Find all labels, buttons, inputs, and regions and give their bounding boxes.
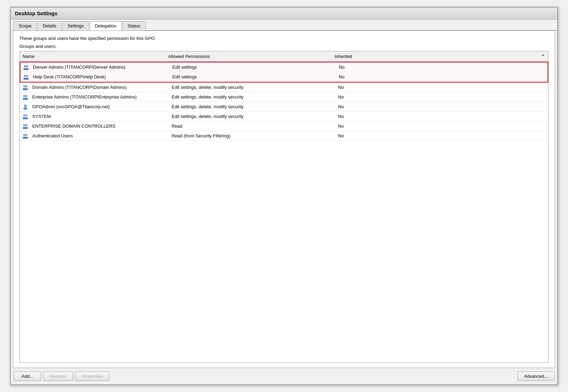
group-icon: [22, 94, 29, 101]
group-icon: [22, 123, 29, 130]
col-header-name: Name: [20, 53, 165, 60]
cell-name: Authenticated Users: [30, 132, 169, 139]
tab-scope[interactable]: Scope: [14, 21, 37, 31]
cell-inherited: No: [335, 122, 548, 130]
svg-point-16: [24, 85, 25, 87]
cell-permissions: Read (from Security Filtering): [169, 132, 335, 139]
title-bar: Desktop Settings: [11, 8, 557, 19]
cell-name: Domain Admins (TITANCORP\Domain Admins): [30, 84, 169, 91]
table-row[interactable]: ENTERPRISE DOMAIN CONTROLLERSReadNo: [20, 121, 548, 131]
svg-point-42: [24, 134, 25, 136]
cell-inherited: No: [335, 84, 548, 91]
svg-point-30: [24, 114, 25, 116]
table-row[interactable]: SYSTEMEdit settings, delete, modify secu…: [20, 112, 548, 121]
tab-status[interactable]: Status: [122, 21, 146, 31]
group-icon: [22, 113, 29, 120]
cell-permissions: Edit settings: [170, 73, 336, 80]
cell-inherited: No: [336, 73, 548, 80]
tab-bar: ScopeDetailsSettingsDelegationStatus: [11, 19, 557, 31]
cell-inherited: No: [335, 132, 548, 139]
cell-name: Help Desk (TITANCORP\Help Desk): [31, 73, 170, 80]
cell-permissions: Edit settings, delete, modify security: [169, 103, 335, 110]
content-area: These groups and users have the specifie…: [13, 31, 555, 368]
groups-table: Name Allowed Permissions Inherited ▲ Den…: [19, 51, 549, 363]
svg-point-24: [24, 104, 27, 107]
table-row[interactable]: Domain Admins (TITANCORP\Domain Admins)E…: [20, 83, 548, 92]
svg-point-25: [23, 107, 27, 110]
svg-point-43: [26, 134, 27, 136]
group-icon: [22, 133, 29, 139]
table-row[interactable]: Denver Admins (TITANCORP\Denver Admins)E…: [20, 62, 548, 72]
sort-arrow-icon: ▲: [541, 53, 545, 57]
table-row[interactable]: Help Desk (TITANCORP\Help Desk)Edit sett…: [20, 72, 548, 82]
desktop-settings-window: Desktop Settings ScopeDetailsSettingsDel…: [10, 7, 558, 385]
highlighted-group: Denver Admins (TITANCORP\Denver Admins)E…: [20, 62, 548, 83]
table-header: Name Allowed Permissions Inherited ▲: [20, 51, 548, 62]
cell-permissions: Edit settings, delete, modify security: [169, 93, 335, 101]
svg-point-5: [26, 65, 28, 67]
svg-point-10: [24, 75, 26, 77]
footer-buttons-left: Add... Remove Properties: [14, 372, 109, 381]
user-icon: [22, 103, 29, 110]
svg-point-9: [25, 78, 29, 80]
svg-point-31: [26, 114, 27, 116]
table-row[interactable]: Authenticated UsersRead (from Security F…: [20, 131, 548, 141]
cell-inherited: No: [335, 93, 548, 101]
cell-inherited: No: [336, 63, 548, 71]
window-title: Desktop Settings: [15, 10, 58, 16]
svg-point-41: [25, 137, 28, 139]
svg-point-3: [25, 68, 29, 70]
remove-button[interactable]: Remove: [43, 372, 73, 381]
cell-inherited: No: [335, 103, 548, 110]
cell-permissions: Edit settings, delete, modify security: [169, 84, 335, 91]
footer-buttons-right: Advanced...: [517, 372, 554, 381]
table-row[interactable]: Enterprise Admins (TITANCORP\Enterprise …: [20, 92, 548, 102]
group-icon: [23, 64, 29, 71]
svg-point-37: [26, 124, 27, 126]
cell-permissions: Edit settings: [170, 63, 336, 71]
cell-name: SYSTEM: [30, 113, 169, 120]
svg-point-15: [25, 88, 28, 90]
svg-point-29: [25, 117, 28, 119]
properties-button[interactable]: Properties: [75, 372, 109, 381]
svg-point-36: [24, 124, 25, 126]
svg-point-4: [24, 65, 26, 67]
tab-details[interactable]: Details: [37, 21, 62, 31]
table-row[interactable]: GPOAdmin (svcGPOA@Titancorp.net)Edit set…: [20, 102, 548, 112]
tab-delegation[interactable]: Delegation: [90, 21, 122, 31]
description-text: These groups and users have the specifie…: [19, 36, 549, 41]
cell-inherited: No: [335, 113, 548, 120]
svg-point-17: [26, 85, 27, 87]
svg-point-11: [26, 75, 28, 77]
cell-permissions: Read: [169, 122, 335, 130]
svg-point-23: [26, 95, 27, 97]
svg-point-35: [25, 127, 28, 129]
footer: Add... Remove Properties Advanced...: [11, 368, 557, 384]
cell-name: Enterprise Admins (TITANCORP\Enterprise …: [30, 93, 169, 101]
advanced-button[interactable]: Advanced...: [517, 372, 554, 381]
groups-label: Groups and users:: [19, 44, 549, 49]
tab-settings[interactable]: Settings: [62, 21, 89, 31]
group-icon: [23, 74, 29, 80]
add-button[interactable]: Add...: [14, 372, 41, 381]
group-icon: [22, 84, 29, 91]
cell-permissions: Edit settings, delete, modify security: [169, 113, 335, 120]
cell-name: Denver Admins (TITANCORP\Denver Admins): [31, 63, 170, 71]
svg-point-21: [25, 98, 28, 100]
svg-point-22: [24, 95, 25, 97]
col-header-inherited: Inherited: [332, 53, 548, 60]
col-header-permissions: Allowed Permissions: [165, 53, 332, 60]
cell-name: GPOAdmin (svcGPOA@Titancorp.net): [30, 103, 169, 110]
cell-name: ENTERPRISE DOMAIN CONTROLLERS: [30, 122, 169, 130]
table-body: Denver Admins (TITANCORP\Denver Admins)E…: [20, 62, 548, 363]
